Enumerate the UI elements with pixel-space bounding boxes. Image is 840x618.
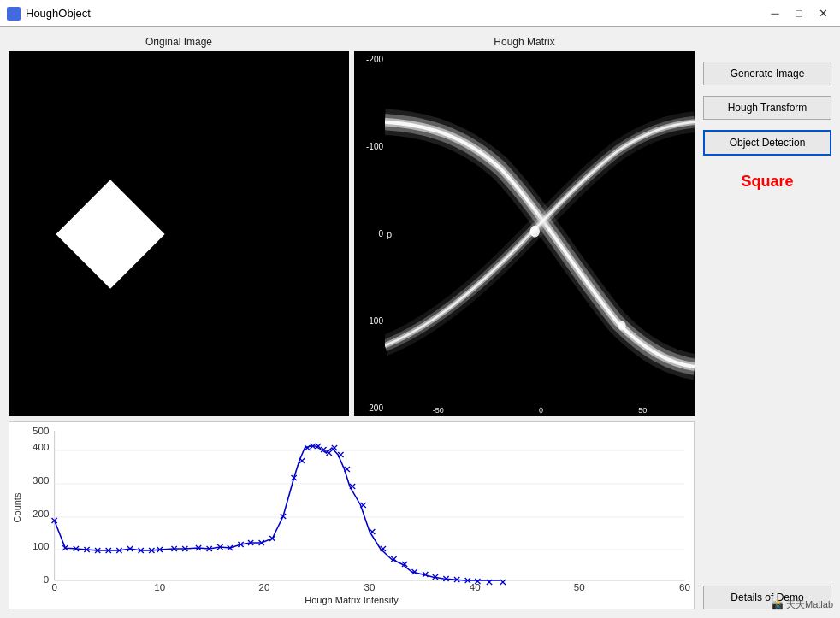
x-axis-label: Hough Matrix Intensity [9,595,694,605]
right-panel: Generate Image Hough Transform Object De… [703,36,831,609]
hough-transform-button[interactable]: Hough Transform [703,96,831,120]
svg-text:500: 500 [33,426,49,436]
svg-text:300: 300 [33,475,49,486]
x-tick-0: 0 [539,406,543,415]
window-title: HoughObject [26,7,765,20]
result-label: Square [703,166,831,197]
x-tick-50: 50 [638,406,647,415]
svg-text:60: 60 [679,582,690,592]
hough-x-ticks: -50 0 50 [385,406,695,415]
svg-point-2 [618,321,626,330]
watermark: 📸 天天Matlab [772,598,833,611]
original-image-title: Original Image [145,36,212,48]
hough-matrix-svg [385,51,695,416]
histogram-svg: 0 100 200 300 400 500 0 10 20 30 40 50 [9,422,694,593]
hough-matrix-container: Hough Matrix -200 -100 0 100 200 [354,36,695,416]
minimize-button[interactable]: ─ [765,5,785,22]
svg-text:50: 50 [574,582,585,592]
hough-matrix-plot: p -50 0 50 [385,51,695,416]
svg-text:400: 400 [33,442,49,452]
svg-text:200: 200 [33,509,49,519]
svg-text:20: 20 [258,582,269,592]
original-image-plot [9,51,349,416]
app-icon [7,7,21,21]
y-tick-100: 100 [356,316,383,326]
object-detection-button[interactable]: Object Detection [703,130,831,156]
main-content: Original Image Hough Matrix -200 -100 0 … [0,27,840,618]
svg-text:Counts: Counts [11,492,21,522]
svg-text:30: 30 [364,582,376,592]
bottom-chart: 0 100 200 300 400 500 0 10 20 30 40 50 [9,421,695,609]
original-image-container: Original Image [9,36,349,416]
title-bar: HoughObject ─ □ ✕ [0,0,840,27]
svg-point-1 [530,226,540,238]
svg-text:100: 100 [33,541,49,551]
svg-text:10: 10 [154,582,165,592]
svg-text:0: 0 [51,582,56,592]
svg-rect-3 [9,422,694,593]
close-button[interactable]: ✕ [813,5,833,22]
hough-matrix-with-axis: -200 -100 0 100 200 [354,51,695,416]
svg-text:40: 40 [470,582,481,592]
window-controls: ─ □ ✕ [765,5,833,22]
white-square [56,180,165,288]
generate-image-button[interactable]: Generate Image [703,62,831,85]
hough-y-ticks: -200 -100 0 100 200 [354,51,385,416]
watermark-text: 📸 天天Matlab [772,599,833,609]
x-tick-neg50: -50 [433,406,444,415]
y-tick-200: 200 [356,403,383,413]
y-tick-0: 0 [356,229,383,238]
y-tick-neg200: -200 [356,55,383,64]
original-image-canvas [9,51,349,416]
top-plots-row: Original Image Hough Matrix -200 -100 0 … [9,36,695,416]
maximize-button[interactable]: □ [789,5,809,22]
plots-area: Original Image Hough Matrix -200 -100 0 … [9,36,695,609]
svg-text:0: 0 [44,574,49,585]
y-tick-neg100: -100 [356,142,383,151]
hough-matrix-title: Hough Matrix [494,36,554,48]
p-axis-label: p [387,229,392,239]
